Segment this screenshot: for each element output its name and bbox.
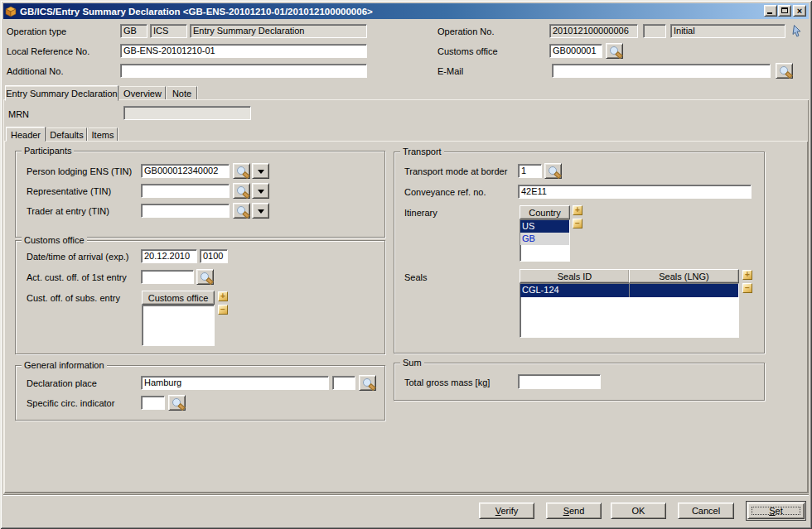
close-icon: ×	[794, 5, 805, 17]
transport-mode-lookup-button[interactable]	[544, 163, 562, 179]
verify-button-label: erify	[500, 506, 518, 516]
magnifier-icon	[234, 184, 249, 198]
seal-id-cell[interactable]: CGL-124	[520, 284, 629, 297]
itinerary-table-body[interactable]: US GB	[520, 219, 570, 262]
mrn-field	[123, 106, 251, 120]
seals-row[interactable]: CGL-124	[520, 284, 738, 297]
trader-at-entry-dropdown-button[interactable]	[252, 203, 269, 219]
minimize-button[interactable]	[764, 5, 777, 17]
operation-type-country-field: GB	[120, 24, 147, 38]
magnifier-icon	[607, 44, 622, 58]
itinerary-label: Itinerary	[404, 208, 437, 219]
pointer-cursor-icon[interactable]	[790, 24, 804, 38]
person-lodging-input[interactable]: GB000012340002	[141, 164, 230, 178]
declaration-place-lookup-button[interactable]	[359, 375, 376, 391]
maximize-button[interactable]	[778, 5, 791, 17]
magnifier-icon	[360, 376, 375, 390]
specific-circ-indicator-input[interactable]	[141, 396, 165, 410]
arrival-date-input[interactable]: 20.12.2010	[141, 249, 197, 263]
send-button-label: S	[563, 506, 569, 516]
person-lodging-label: Person lodging ENS (TIN)	[27, 166, 132, 177]
ok-button[interactable]: OK	[611, 503, 666, 519]
tab-entry-summary-declaration[interactable]: Entry Summary Declaration	[5, 85, 118, 101]
itinerary-remove-button[interactable]: −	[573, 219, 582, 228]
seals-add-button[interactable]: +	[742, 270, 752, 280]
customs-office-input[interactable]: GB000001	[549, 44, 602, 58]
chevron-down-icon	[258, 170, 264, 177]
seal-lng-cell[interactable]	[629, 284, 738, 297]
representative-label: Representative (TIN)	[27, 186, 111, 197]
send-button[interactable]: Send	[546, 503, 602, 519]
tab-note[interactable]: Note	[167, 86, 197, 99]
subs-entry-office-label: Cust. off. of subs. entry	[27, 293, 120, 304]
chevron-down-icon	[258, 190, 264, 197]
operation-status-field: Initial	[670, 24, 785, 38]
specific-circ-indicator-lookup-button[interactable]	[168, 395, 186, 411]
app-package-icon	[5, 6, 17, 17]
declaration-place-label: Declaration place	[27, 378, 97, 389]
additional-no-input[interactable]	[120, 64, 367, 78]
subs-entry-table-header: Customs office	[142, 291, 215, 305]
button-bar-separator	[3, 494, 809, 496]
close-button[interactable]: ×	[793, 5, 806, 17]
subs-entry-add-button[interactable]: +	[218, 291, 228, 301]
transport-mode-input[interactable]: 1	[518, 164, 542, 178]
first-entry-office-lookup-button[interactable]	[196, 269, 214, 285]
itinerary-row-gb[interactable]: GB	[520, 233, 569, 245]
tab-overview[interactable]: Overview	[120, 86, 166, 99]
additional-no-label: Additional No.	[7, 66, 64, 77]
person-lodging-dropdown-button[interactable]	[252, 163, 269, 179]
operation-type-system-field: ICS	[150, 24, 187, 38]
email-input[interactable]	[552, 64, 771, 78]
trader-at-entry-input[interactable]	[141, 204, 230, 218]
declaration-place-input[interactable]: Hamburg	[141, 376, 329, 390]
subs-entry-remove-button[interactable]: −	[218, 305, 228, 315]
trader-at-entry-label: Trader at entry (TIN)	[27, 206, 109, 217]
customs-office-lookup-button[interactable]	[606, 43, 623, 59]
verify-button[interactable]: Verify	[479, 503, 534, 519]
representative-input[interactable]	[141, 184, 230, 198]
declaration-place-lng-input[interactable]	[332, 376, 355, 390]
magnifier-icon	[169, 396, 185, 410]
conveyance-ref-input[interactable]: 42E11	[518, 185, 752, 199]
conveyance-ref-label: Conveyance ref. no.	[404, 187, 486, 198]
representative-dropdown-button[interactable]	[252, 183, 269, 199]
first-entry-office-label: Act. cust. off. of 1st entry	[27, 272, 127, 283]
email-label: E-Mail	[437, 66, 463, 77]
tab-items[interactable]: Items	[89, 127, 118, 141]
cancel-button[interactable]: Cancel	[678, 503, 734, 519]
subs-entry-table-body[interactable]	[142, 305, 215, 346]
tab-defaults[interactable]: Defaults	[47, 127, 87, 141]
seals-table-body[interactable]: CGL-124	[520, 283, 739, 338]
chevron-down-icon	[258, 209, 264, 217]
seals-label: Seals	[404, 272, 428, 283]
customs-office-label: Customs office	[437, 46, 498, 57]
trader-at-entry-lookup-button[interactable]	[233, 203, 250, 219]
operation-no-sub-field	[643, 24, 666, 38]
set-button[interactable]: Set	[746, 501, 806, 521]
operation-type-name-field: Entry Summary Declaration	[190, 24, 367, 38]
email-lookup-button[interactable]	[776, 63, 793, 79]
magnifier-icon	[234, 204, 249, 218]
add-icon: +	[745, 270, 750, 279]
seals-remove-button[interactable]: −	[742, 283, 752, 293]
magnifier-icon	[234, 164, 249, 178]
total-gross-mass-label: Total gross mass [kg]	[404, 378, 490, 388]
tab-header[interactable]: Header	[6, 127, 46, 142]
participants-group-title: Participants	[22, 146, 74, 156]
itinerary-add-button[interactable]: +	[573, 205, 582, 215]
ok-button-label: OK	[632, 506, 645, 516]
specific-circ-indicator-label: Specific circ. indicator	[27, 398, 114, 409]
first-entry-office-input[interactable]	[141, 270, 194, 284]
arrival-time-input[interactable]: 0100	[200, 249, 228, 263]
remove-icon: −	[745, 283, 750, 292]
person-lodging-lookup-button[interactable]	[233, 163, 250, 179]
general-information-group-title: General information	[22, 360, 107, 371]
seals-id-header: Seals ID	[520, 269, 630, 283]
itinerary-row-us[interactable]: US	[520, 220, 569, 233]
total-gross-mass-input[interactable]	[518, 374, 601, 389]
local-reference-label: Local Reference No.	[7, 46, 89, 57]
representative-lookup-button[interactable]	[233, 183, 250, 199]
local-reference-input[interactable]: GB-ENS-20101210-01	[120, 44, 367, 58]
window-title: GB/ICS/Entry Summary Declaration <GB-ENS…	[20, 7, 373, 17]
